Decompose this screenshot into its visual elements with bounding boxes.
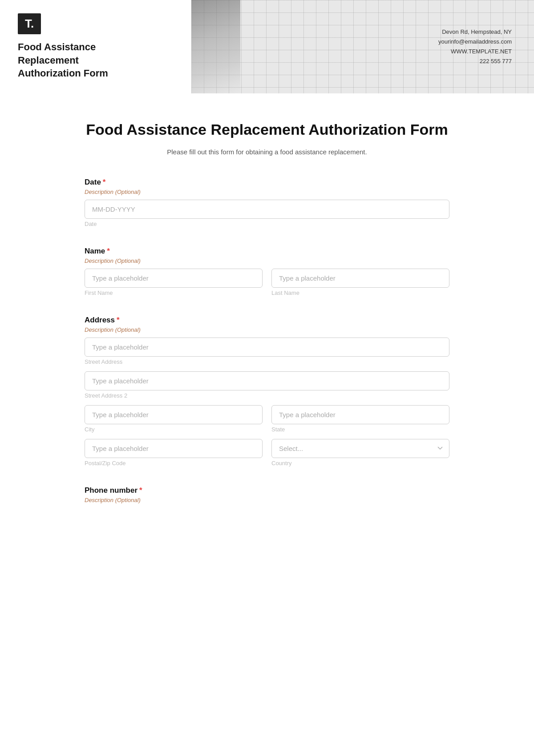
- last-name-sublabel: Last Name: [271, 290, 449, 296]
- date-input[interactable]: [85, 200, 449, 219]
- date-required-star: *: [103, 178, 106, 187]
- last-name-input[interactable]: [271, 269, 449, 288]
- date-label: Date *: [85, 178, 449, 187]
- city-sublabel: City: [85, 426, 263, 433]
- logo: T.: [18, 13, 41, 34]
- street-address-input[interactable]: [85, 338, 449, 357]
- name-fields-row: First Name Last Name: [85, 269, 449, 296]
- header-title-block: Food Assistance Replacement Authorizatio…: [18, 40, 134, 80]
- phone-required-star: *: [139, 486, 142, 495]
- section-name: Name * Description (Optional) First Name…: [85, 247, 449, 296]
- postal-group: Postal/Zip Code: [85, 439, 263, 466]
- name-label: Name *: [85, 247, 449, 256]
- street-address2-input[interactable]: [85, 371, 449, 390]
- state-input[interactable]: [271, 405, 449, 424]
- phone-description: Description (Optional): [85, 497, 449, 503]
- street-address-sublabel: Street Address: [85, 358, 449, 365]
- street-address2-group: Street Address 2: [85, 371, 449, 399]
- header-diagonal: [151, 0, 191, 93]
- main-content: Food Assistance Replacement Authorizatio…: [67, 93, 467, 559]
- address-description: Description (Optional): [85, 326, 449, 333]
- postal-country-row: Postal/Zip Code Select... United States …: [85, 439, 449, 466]
- name-description: Description (Optional): [85, 257, 449, 264]
- postal-sublabel: Postal/Zip Code: [85, 460, 263, 466]
- name-required-star: *: [107, 247, 110, 256]
- header-title-line-1: Food Assistance: [18, 40, 134, 54]
- first-name-group: First Name: [85, 269, 263, 296]
- section-address: Address * Description (Optional) Street …: [85, 316, 449, 466]
- country-sublabel: Country: [271, 460, 449, 466]
- last-name-group: Last Name: [271, 269, 449, 296]
- country-group: Select... United States Canada United Ki…: [271, 439, 449, 466]
- phone-label: Phone number *: [85, 486, 449, 495]
- state-sublabel: State: [271, 426, 449, 433]
- contact-phone: 222 555 777: [438, 56, 512, 66]
- first-name-sublabel: First Name: [85, 290, 263, 296]
- first-name-input[interactable]: [85, 269, 263, 288]
- street-address-group: Street Address: [85, 338, 449, 365]
- street-address2-sublabel: Street Address 2: [85, 392, 449, 399]
- header-contact: Devon Rd, Hempstead, NY yourinfo@emailad…: [438, 27, 512, 66]
- city-input[interactable]: [85, 405, 263, 424]
- date-sublabel: Date: [85, 221, 449, 227]
- form-subtitle: Please fill out this form for obtaining …: [85, 148, 449, 156]
- address-label: Address *: [85, 316, 449, 325]
- address-required-star: *: [117, 316, 120, 325]
- form-main-title: Food Assistance Replacement Authorizatio…: [85, 120, 449, 139]
- contact-email: yourinfo@emailaddress.com: [438, 37, 512, 47]
- header-title-line-2: Replacement: [18, 54, 134, 67]
- section-date: Date * Description (Optional) Date: [85, 178, 449, 227]
- header-left: T. Food Assistance Replacement Authoriza…: [0, 0, 151, 93]
- page-header: T. Food Assistance Replacement Authoriza…: [0, 0, 534, 93]
- section-phone: Phone number * Description (Optional): [85, 486, 449, 503]
- state-group: State: [271, 405, 449, 433]
- contact-website: WWW.TEMPLATE.NET: [438, 47, 512, 56]
- country-select[interactable]: Select... United States Canada United Ki…: [271, 439, 449, 458]
- header-title-line-3: Authorization Form: [18, 67, 134, 80]
- city-state-row: City State: [85, 405, 449, 433]
- date-description: Description (Optional): [85, 189, 449, 195]
- contact-address: Devon Rd, Hempstead, NY: [438, 27, 512, 37]
- postal-input[interactable]: [85, 439, 263, 458]
- city-group: City: [85, 405, 263, 433]
